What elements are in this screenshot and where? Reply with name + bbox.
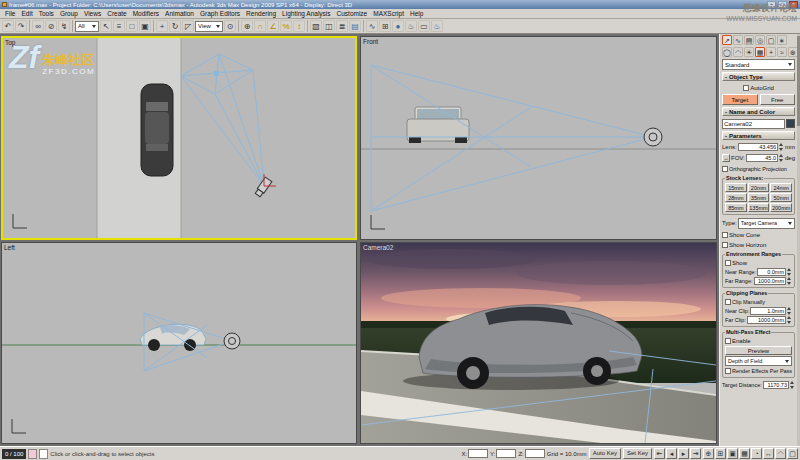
unlink-selection-icon[interactable]: ⊘ xyxy=(45,20,57,32)
quick-render-icon[interactable]: ♨ xyxy=(431,20,443,32)
render-per-pass-checkbox[interactable] xyxy=(725,368,731,374)
percent-snap-icon[interactable]: % xyxy=(280,20,292,32)
lens-200mm-button[interactable]: 200mm xyxy=(770,203,792,212)
menu-help[interactable]: Help xyxy=(407,10,426,17)
near-range-field[interactable]: 0.0mm xyxy=(757,268,786,276)
preview-button[interactable]: Preview xyxy=(725,346,792,355)
rectangular-selection-icon[interactable]: □ xyxy=(126,20,138,32)
object-class-dropdown[interactable]: Standard xyxy=(722,59,795,70)
lens-24mm-button[interactable]: 24mm xyxy=(770,183,792,192)
lens-28mm-button[interactable]: 28mm xyxy=(725,193,747,202)
free-button[interactable]: Free xyxy=(760,94,796,105)
multipass-effect-dropdown[interactable]: Depth of Field xyxy=(725,356,792,366)
menu-tools[interactable]: Tools xyxy=(36,10,57,17)
far-clip-spinner[interactable] xyxy=(787,316,792,324)
motion-tab-icon[interactable]: ◎ xyxy=(755,35,765,45)
schematic-view-icon[interactable]: ⊞ xyxy=(379,20,391,32)
select-and-scale-icon[interactable]: ◸ xyxy=(182,20,194,32)
camera-object-left[interactable] xyxy=(224,333,240,349)
window-crossing-icon[interactable]: ▣ xyxy=(139,20,151,32)
menu-file[interactable]: File xyxy=(2,10,18,17)
car-front-view[interactable] xyxy=(407,107,469,143)
select-object-icon[interactable]: ↖ xyxy=(100,20,112,32)
object-color-swatch[interactable] xyxy=(786,119,795,128)
menu-create[interactable]: Create xyxy=(104,10,130,17)
edit-named-selection-sets-icon[interactable]: ▧ xyxy=(310,20,322,32)
set-key-button[interactable]: Set Key xyxy=(623,448,652,459)
helpers-category-icon[interactable]: + xyxy=(766,47,776,57)
viewport-top[interactable]: Top Zf 朱峰社区 ZF3D.COM xyxy=(1,36,357,240)
spinner-snap-icon[interactable]: ↕ xyxy=(293,20,305,32)
menu-graph-editors[interactable]: Graph Editors xyxy=(197,10,243,17)
object-name-field[interactable]: Camera02 xyxy=(722,119,785,129)
autogrid-checkbox[interactable] xyxy=(743,85,749,91)
zoom-extents-all-icon[interactable]: ▦ xyxy=(739,448,750,459)
select-and-rotate-icon[interactable]: ↻ xyxy=(169,20,181,32)
pan-icon[interactable]: ↔ xyxy=(763,448,774,459)
rollout-parameters[interactable]: - Parameters xyxy=(722,131,795,140)
y-coordinate-field[interactable] xyxy=(496,449,516,458)
geometry-category-icon[interactable]: ◯ xyxy=(722,47,732,57)
near-range-spinner[interactable] xyxy=(787,268,792,276)
far-clip-field[interactable]: 1000.0mm xyxy=(747,316,786,324)
clip-manually-checkbox[interactable] xyxy=(725,299,731,305)
orthographic-checkbox[interactable] xyxy=(722,166,728,172)
use-pivot-point-icon[interactable]: ⊙ xyxy=(224,20,236,32)
lens-spinner[interactable] xyxy=(779,143,784,151)
show-cone-checkbox[interactable] xyxy=(722,232,728,238)
undo-icon[interactable]: ↶ xyxy=(2,20,14,32)
select-and-move-icon[interactable]: + xyxy=(156,20,168,32)
z-coordinate-field[interactable] xyxy=(525,449,545,458)
lens-15mm-button[interactable]: 15mm xyxy=(725,183,747,192)
camera-object-front[interactable] xyxy=(644,128,662,146)
zoom-all-icon[interactable]: ⊞ xyxy=(715,448,726,459)
redo-icon[interactable]: ↷ xyxy=(15,20,27,32)
select-and-manipulate-icon[interactable]: ⊕ xyxy=(241,20,253,32)
viewport-front-label[interactable]: Front xyxy=(363,38,378,45)
select-by-name-icon[interactable]: ≡ xyxy=(113,20,125,32)
show-horizon-checkbox[interactable] xyxy=(722,242,728,248)
field-of-view-icon[interactable]: ◔ xyxy=(751,448,762,459)
angle-snap-icon[interactable]: ∠ xyxy=(267,20,279,32)
space-warps-category-icon[interactable]: ≈ xyxy=(777,47,787,57)
lens-35mm-button[interactable]: 35mm xyxy=(748,193,770,202)
reference-coordinate-dropdown[interactable]: View xyxy=(195,21,223,32)
target-button[interactable]: Target xyxy=(722,94,758,105)
rollout-name-color[interactable]: - Name and Color xyxy=(722,107,795,116)
menu-animation[interactable]: Animation xyxy=(162,10,197,17)
layer-manager-icon[interactable]: ▤ xyxy=(349,20,361,32)
camera-target[interactable] xyxy=(214,71,219,76)
car-top-view[interactable] xyxy=(141,84,173,176)
lens-85mm-button[interactable]: 85mm xyxy=(725,203,747,212)
cameras-category-icon[interactable]: ▦ xyxy=(755,47,765,57)
near-clip-spinner[interactable] xyxy=(787,307,792,315)
menu-rendering[interactable]: Rendering xyxy=(243,10,279,17)
hierarchy-tab-icon[interactable]: ▤ xyxy=(744,35,754,45)
viewport-camera-label[interactable]: Camera02 xyxy=(363,244,393,251)
env-show-checkbox[interactable] xyxy=(725,260,731,266)
viewport-front[interactable]: Front xyxy=(360,36,717,240)
near-clip-field[interactable]: 1.0mm xyxy=(750,307,786,315)
modify-tab-icon[interactable]: ∿ xyxy=(733,35,743,45)
auto-key-button[interactable]: Auto Key xyxy=(589,448,621,459)
far-range-spinner[interactable] xyxy=(787,277,792,285)
x-coordinate-field[interactable] xyxy=(468,449,488,458)
menu-views[interactable]: Views xyxy=(81,10,104,17)
target-distance-field[interactable]: 1170.73 xyxy=(763,381,789,389)
play-animation-icon[interactable]: ▸ xyxy=(678,448,689,459)
rendered-frame-window-icon[interactable]: ▭ xyxy=(418,20,430,32)
align-icon[interactable]: ≣ xyxy=(336,20,348,32)
arc-rotate-icon[interactable]: ◠ xyxy=(775,448,786,459)
bind-to-space-warp-icon[interactable]: ↯ xyxy=(58,20,70,32)
viewport-left-label[interactable]: Left xyxy=(4,244,15,251)
lens-field[interactable]: 43.456 xyxy=(738,143,778,151)
fov-field[interactable]: 45.0 xyxy=(746,154,778,162)
lens-20mm-button[interactable]: 20mm xyxy=(748,183,770,192)
zoom-icon[interactable]: ⊕ xyxy=(703,448,714,459)
fov-spinner[interactable] xyxy=(779,154,784,162)
maxscript-mini-listener-macro[interactable] xyxy=(28,449,37,459)
menu-modifiers[interactable]: Modifiers xyxy=(130,10,162,17)
snaps-toggle-icon[interactable]: ∩ xyxy=(254,20,266,32)
display-tab-icon[interactable]: ▢ xyxy=(766,35,776,45)
utilities-tab-icon[interactable]: ∗ xyxy=(777,35,787,45)
